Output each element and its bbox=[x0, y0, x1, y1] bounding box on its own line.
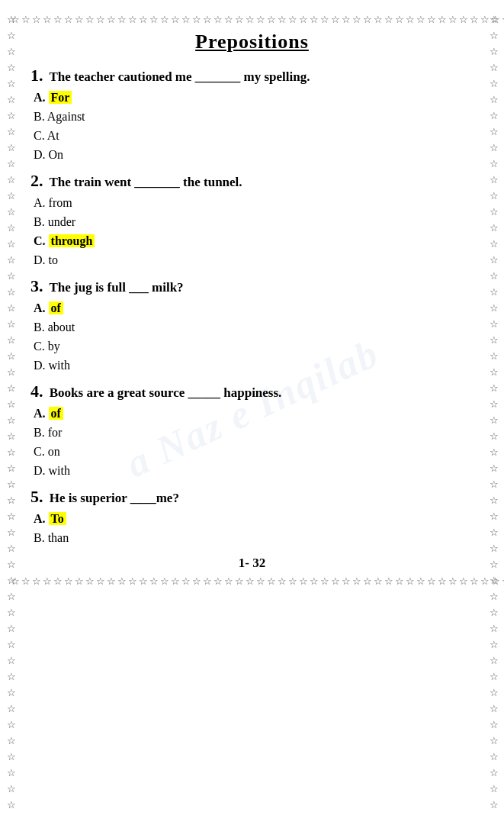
correct-answer-highlight: through bbox=[49, 234, 95, 247]
question-number-3: 3. bbox=[30, 276, 43, 295]
option-2-c: C. through bbox=[34, 232, 474, 251]
page-footer: 1- 32 bbox=[30, 556, 474, 571]
options-list-1: A. ForB. AgainstC. AtD. On bbox=[34, 89, 474, 164]
question-block-3: 3. The jug is full ___ milk?A. ofB. abou… bbox=[30, 275, 474, 375]
border-right: ☆☆☆☆☆☆☆☆☆☆☆☆☆☆☆☆☆☆☆☆☆☆☆☆☆☆☆☆☆☆☆☆☆☆☆☆☆☆☆☆… bbox=[486, 14, 501, 811]
question-number-4: 4. bbox=[30, 382, 43, 401]
option-1-a: A. For bbox=[34, 89, 474, 108]
option-4-a: A. of bbox=[34, 404, 474, 424]
question-number-5: 5. bbox=[30, 487, 43, 506]
question-text-1: 1. The teacher cautioned me _______ my s… bbox=[30, 64, 474, 88]
border-left: ☆☆☆☆☆☆☆☆☆☆☆☆☆☆☆☆☆☆☆☆☆☆☆☆☆☆☆☆☆☆☆☆☆☆☆☆☆☆☆☆… bbox=[3, 14, 18, 811]
border-bottom: ☆☆☆☆☆☆☆☆☆☆☆☆☆☆☆☆☆☆☆☆☆☆☆☆☆☆☆☆☆☆☆☆☆☆☆☆☆☆☆☆… bbox=[11, 575, 493, 588]
option-2-a: A. from bbox=[34, 194, 474, 213]
option-1-d: D. On bbox=[34, 146, 474, 165]
option-1-c: C. At bbox=[34, 127, 474, 146]
option-5-a: A. To bbox=[34, 510, 474, 529]
option-2-d: D. to bbox=[34, 251, 474, 270]
question-block-1: 1. The teacher cautioned me _______ my s… bbox=[30, 64, 474, 165]
option-3-b: B. about bbox=[34, 318, 474, 337]
question-number-1: 1. bbox=[30, 66, 43, 85]
correct-answer-highlight: For bbox=[49, 91, 72, 104]
question-block-4: 4. Books are a great source _____ happin… bbox=[30, 380, 474, 481]
correct-answer-highlight: of bbox=[49, 407, 63, 420]
question-text-4: 4. Books are a great source _____ happin… bbox=[30, 380, 474, 404]
question-block-2: 2. The train went _______ the tunnel.A. … bbox=[30, 169, 474, 270]
option-3-d: D. with bbox=[34, 356, 474, 375]
page-title: Prepositions bbox=[30, 31, 474, 53]
options-list-3: A. ofB. aboutC. byD. with bbox=[34, 299, 474, 375]
border-top: ☆☆☆☆☆☆☆☆☆☆☆☆☆☆☆☆☆☆☆☆☆☆☆☆☆☆☆☆☆☆☆☆☆☆☆☆☆☆☆☆… bbox=[11, 14, 493, 26]
question-text-3: 3. The jug is full ___ milk? bbox=[30, 275, 474, 298]
option-5-b: B. than bbox=[34, 529, 474, 548]
options-list-4: A. ofB. forC. onD. with bbox=[34, 404, 474, 480]
option-3-a: A. of bbox=[34, 299, 474, 318]
question-text-5: 5. He is superior ____me? bbox=[30, 485, 474, 509]
option-4-b: B. for bbox=[34, 424, 474, 443]
option-1-b: B. Against bbox=[34, 108, 474, 127]
option-4-d: D. with bbox=[34, 462, 474, 481]
option-3-c: C. by bbox=[34, 337, 474, 356]
correct-answer-highlight: of bbox=[49, 301, 63, 314]
page: a Naz e Inqilab ☆☆☆☆☆☆☆☆☆☆☆☆☆☆☆☆☆☆☆☆☆☆☆☆… bbox=[0, 0, 504, 825]
question-text-2: 2. The train went _______ the tunnel. bbox=[30, 169, 474, 193]
option-2-b: B. under bbox=[34, 213, 474, 232]
question-block-5: 5. He is superior ____me?A. ToB. than bbox=[30, 485, 474, 548]
options-list-2: A. fromB. underC. throughD. to bbox=[34, 194, 474, 269]
content-area: Prepositions 1. The teacher cautioned me… bbox=[30, 31, 474, 571]
questions-container: 1. The teacher cautioned me _______ my s… bbox=[30, 64, 474, 548]
option-4-c: C. on bbox=[34, 443, 474, 462]
options-list-5: A. ToB. than bbox=[34, 510, 474, 548]
correct-answer-highlight: To bbox=[49, 512, 66, 525]
question-number-2: 2. bbox=[30, 171, 43, 190]
